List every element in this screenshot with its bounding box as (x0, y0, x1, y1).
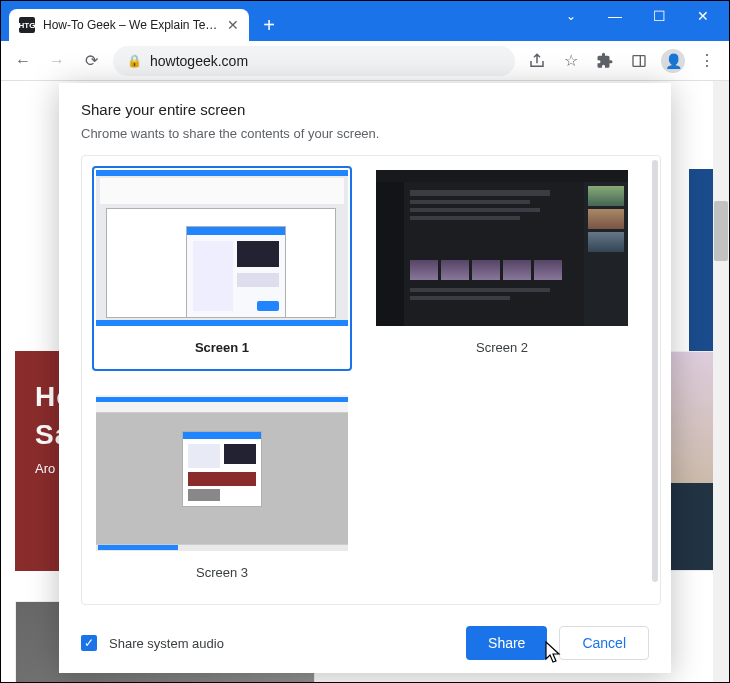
forward-button: → (45, 49, 69, 73)
share-button[interactable]: Share (466, 626, 547, 660)
screen-label-1: Screen 1 (195, 340, 249, 355)
share-audio-checkbox[interactable]: ✓ (81, 635, 97, 651)
screen-option-2[interactable]: Screen 2 (372, 166, 632, 371)
browser-tab[interactable]: HTG How-To Geek – We Explain Techn ✕ (9, 9, 249, 41)
cancel-button[interactable]: Cancel (559, 626, 649, 660)
dialog-scrollbar[interactable] (652, 160, 658, 600)
back-button[interactable]: ← (11, 49, 35, 73)
share-screen-dialog: Share your entire screen Chrome wants to… (59, 83, 671, 673)
window-dropdown-icon[interactable]: ⌄ (549, 2, 593, 30)
tab-title: How-To Geek – We Explain Techn (43, 18, 219, 32)
browser-toolbar: ← → ⟳ 🔒 howtogeek.com ☆ 👤 ⋮ (1, 41, 729, 81)
menu-icon[interactable]: ⋮ (695, 49, 719, 73)
share-audio-label: Share system audio (109, 636, 224, 651)
address-bar[interactable]: 🔒 howtogeek.com (113, 46, 515, 76)
dialog-title: Share your entire screen (81, 101, 649, 118)
extensions-icon[interactable] (593, 49, 617, 73)
screen-thumbnail-3 (96, 395, 348, 551)
page-scrollbar[interactable] (713, 81, 729, 682)
screen-thumbnail-1 (96, 170, 348, 326)
side-panel-icon[interactable] (627, 49, 651, 73)
close-tab-icon[interactable]: ✕ (227, 17, 239, 33)
page-scrollbar-thumb[interactable] (714, 201, 728, 261)
window-maximize-button[interactable]: ☐ (637, 2, 681, 30)
window-close-button[interactable]: ✕ (681, 2, 725, 30)
dialog-subtitle: Chrome wants to share the contents of yo… (81, 126, 649, 141)
profile-avatar[interactable]: 👤 (661, 49, 685, 73)
url-text: howtogeek.com (150, 53, 501, 69)
share-page-icon[interactable] (525, 49, 549, 73)
screen-label-2: Screen 2 (476, 340, 528, 355)
reload-button[interactable]: ⟳ (79, 49, 103, 73)
screen-option-1[interactable]: Screen 1 (92, 166, 352, 371)
window-titlebar: HTG How-To Geek – We Explain Techn ✕ + ⌄… (1, 1, 729, 41)
favicon: HTG (19, 17, 35, 33)
screen-label-3: Screen 3 (196, 565, 248, 580)
svg-rect-0 (633, 55, 645, 66)
screen-option-3[interactable]: Screen 3 (92, 391, 352, 596)
new-tab-button[interactable]: + (255, 11, 283, 39)
window-minimize-button[interactable]: — (593, 2, 637, 30)
lock-icon: 🔒 (127, 54, 142, 68)
bookmark-icon[interactable]: ☆ (559, 49, 583, 73)
screen-thumbnail-2 (376, 170, 628, 326)
dialog-scrollbar-thumb[interactable] (652, 160, 658, 582)
